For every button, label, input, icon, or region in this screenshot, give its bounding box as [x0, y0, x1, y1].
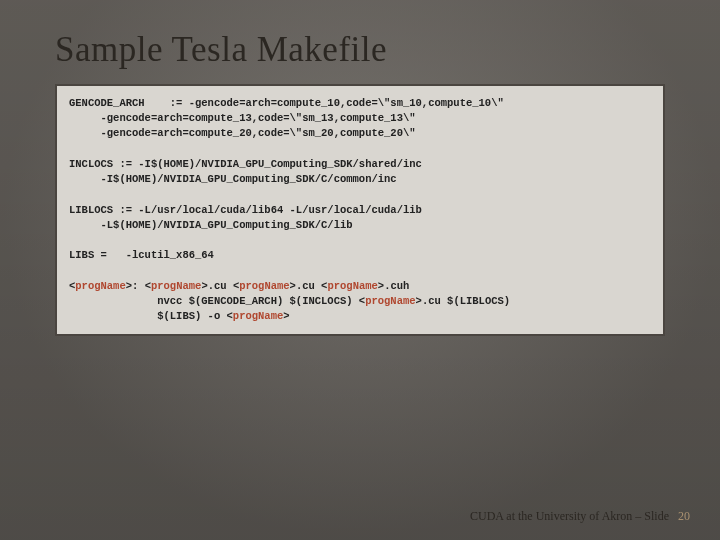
progname-placeholder: progName [75, 280, 125, 292]
code-line: GENCODE_ARCH := -gencode=arch=compute_10… [69, 97, 504, 109]
code-text: > [283, 310, 289, 322]
code-text: >: < [126, 280, 151, 292]
makefile-code-block: GENCODE_ARCH := -gencode=arch=compute_10… [55, 84, 665, 336]
slide-number: 20 [678, 509, 690, 523]
footer-text: CUDA at the University of Akron – Slide [470, 509, 669, 523]
progname-placeholder: progName [151, 280, 201, 292]
code-text: >.cu $(LIBLOCS) [416, 295, 511, 307]
progname-placeholder: progName [365, 295, 415, 307]
progname-placeholder: progName [239, 280, 289, 292]
code-line: -gencode=arch=compute_13,code=\"sm_13,co… [69, 112, 416, 124]
code-line: -gencode=arch=compute_20,code=\"sm_20,co… [69, 127, 416, 139]
code-line: LIBS = -lcutil_x86_64 [69, 249, 214, 261]
progname-placeholder: progName [233, 310, 283, 322]
code-line: INCLOCS := -I$(HOME)/NVIDIA_GPU_Computin… [69, 158, 422, 170]
slide-title: Sample Tesla Makefile [0, 0, 720, 84]
code-text: $(LIBS) -o < [69, 310, 233, 322]
progname-placeholder: progName [327, 280, 377, 292]
code-text: nvcc $(GENCODE_ARCH) $(INCLOCS) < [69, 295, 365, 307]
code-line: -L$(HOME)/NVIDIA_GPU_Computing_SDK/C/lib [69, 219, 353, 231]
code-text: >.cu < [290, 280, 328, 292]
code-text: >.cuh [378, 280, 410, 292]
code-line: -I$(HOME)/NVIDIA_GPU_Computing_SDK/C/com… [69, 173, 397, 185]
slide-footer: CUDA at the University of Akron – Slide … [470, 509, 690, 524]
code-line: LIBLOCS := -L/usr/local/cuda/lib64 -L/us… [69, 204, 422, 216]
code-text: >.cu < [201, 280, 239, 292]
